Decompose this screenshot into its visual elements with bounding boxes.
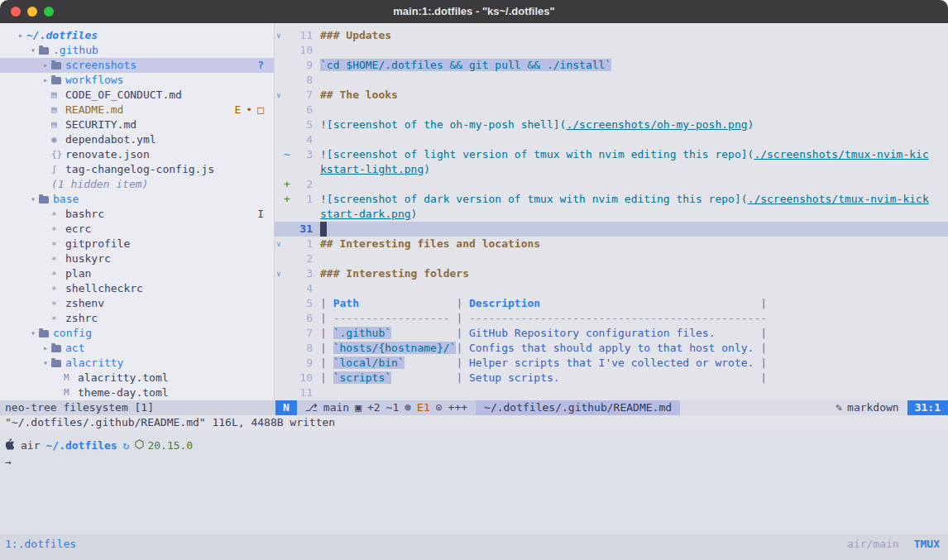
- fold-icon[interactable]: ∨: [275, 88, 283, 103]
- editor-line[interactable]: 6| ------------------ | ----------------…: [275, 311, 948, 326]
- folder-icon: [51, 345, 61, 352]
- diff-added: +2: [367, 400, 381, 415]
- tree-item-zshrc[interactable]: ∗zshrc: [0, 311, 274, 326]
- editor-line[interactable]: ∨ 3### Interesting folders: [275, 266, 948, 281]
- tree-item-label: zshrc: [65, 311, 98, 326]
- fold-column: [275, 43, 283, 58]
- chevron-down-icon[interactable]: ▾: [27, 326, 39, 341]
- close-button[interactable]: [11, 7, 21, 17]
- tree-item-label: shellcheckrc: [65, 281, 143, 296]
- tree-item-dotfiles[interactable]: ▸~/.dotfiles: [0, 28, 274, 43]
- zoom-button[interactable]: [44, 7, 54, 17]
- line-text: | `.github` | GitHub Repository configur…: [320, 326, 767, 341]
- tmux-window-name[interactable]: 1:.dotfiles: [5, 536, 76, 553]
- tree-item-dependabot-yml[interactable]: ◉dependabot.yml: [0, 132, 274, 147]
- text-segment: Configs that should apply to that host o…: [469, 342, 754, 354]
- editor-panel[interactable]: ∨ 11### Updates 10 9`cd $HOME/.dotfiles …: [275, 23, 948, 400]
- editor-line[interactable]: start-dark.png): [275, 207, 948, 222]
- tree-item-gitprofile[interactable]: ∗gitprofile: [0, 237, 274, 251]
- shell-pane[interactable]: air ~/.dotfiles ↻ 20.15.0 →: [0, 430, 948, 534]
- chevron-right-icon[interactable]: ▸: [40, 73, 51, 88]
- tree-item-theme-day-toml[interactable]: Mtheme-day.toml: [0, 385, 274, 400]
- text-segment: |: [320, 342, 333, 354]
- minimize-button[interactable]: [27, 7, 37, 17]
- tree-item-workflows[interactable]: ▸workflows: [0, 73, 274, 88]
- editor-line[interactable]: ~3![screenshot of light version of tmux …: [275, 147, 948, 162]
- chevron-right-icon[interactable]: ▸: [40, 341, 51, 356]
- fold-column: [275, 147, 283, 162]
- tree-item-security-md[interactable]: ▤SECURITY.md: [0, 117, 274, 132]
- tree-item-alacritty-toml[interactable]: Malacritty.toml: [0, 371, 274, 385]
- git-status-segment: ⎇ main ▣ +2 ~1 ⊗ E1 ⊙ +++: [297, 400, 476, 415]
- editor-line[interactable]: 9`cd $HOME/.dotfiles && git pull && ./in…: [275, 58, 948, 73]
- editor-line[interactable]: 7| `.github` | GitHub Repository configu…: [275, 326, 948, 341]
- editor-line[interactable]: 6: [275, 103, 948, 117]
- editor-line[interactable]: +1![screenshot of dark version of tmux w…: [275, 192, 948, 207]
- sign-column: [283, 296, 291, 311]
- fold-icon[interactable]: ∨: [275, 266, 283, 281]
- tree-item-ecrc[interactable]: ∗ecrc: [0, 222, 274, 237]
- editor-line[interactable]: 2: [275, 251, 948, 266]
- editor-line[interactable]: 4: [275, 132, 948, 147]
- editor-line[interactable]: 10: [275, 43, 948, 58]
- chevron-right-icon[interactable]: ▸: [40, 58, 51, 73]
- line-number: 1: [291, 192, 313, 207]
- editor-line[interactable]: 8: [275, 73, 948, 88]
- tree-item-readme-md[interactable]: ▤README.mdE•□: [0, 103, 274, 117]
- tree-item-config[interactable]: ▾config: [0, 326, 274, 341]
- chevron-right-icon[interactable]: ▸: [15, 28, 26, 43]
- tree-item-plan[interactable]: ∗plan: [0, 266, 274, 281]
- editor-line[interactable]: 8| `hosts/{hostname}/`| Configs that sho…: [275, 341, 948, 356]
- line-text: `cd $HOME/.dotfiles && git pull && ./ins…: [320, 58, 611, 73]
- chevron-down-icon[interactable]: ▾: [27, 43, 39, 58]
- tree-item-shellcheckrc[interactable]: ∗shellcheckrc: [0, 281, 274, 296]
- tree-item-github[interactable]: ▾.github: [0, 43, 274, 58]
- text-segment: ### Updates: [320, 29, 391, 41]
- tree-item-renovate-json[interactable]: {}renovate.json: [0, 147, 274, 162]
- text-segment: ------------------: [333, 312, 457, 324]
- neotree-statusline: neo-tree filesystem [1]: [0, 400, 275, 415]
- editor-line[interactable]: kstart-light.png): [275, 162, 948, 177]
- text-segment: [391, 327, 456, 339]
- fold-icon[interactable]: ∨: [275, 237, 283, 251]
- tree-item-tag-changelog-config-js[interactable]: ʃtag-changelog-config.js: [0, 162, 274, 177]
- node-version-text: 20.15.0: [147, 438, 193, 453]
- tree-item-1-hidden-item[interactable]: (1 hidden item): [0, 177, 274, 192]
- tree-item-label: plan: [65, 266, 91, 281]
- editor-line[interactable]: +2: [275, 177, 948, 192]
- prompt-arrow[interactable]: →: [5, 455, 948, 470]
- chevron-down-icon[interactable]: ▾: [27, 192, 39, 207]
- line-text: ![screenshot of the oh-my-posh shell](./…: [320, 117, 754, 132]
- statusline-spacer: [680, 400, 827, 415]
- editor-line[interactable]: 11: [275, 385, 948, 400]
- shell-file-icon: ∗: [51, 237, 65, 251]
- folder-icon: [51, 360, 61, 367]
- tree-item-act[interactable]: ▸act: [0, 341, 274, 356]
- tree-item-base[interactable]: ▾base: [0, 192, 274, 207]
- editor-line[interactable]: ∨ 7## The looks: [275, 88, 948, 103]
- tree-item-bashrc[interactable]: ∗bashrcI: [0, 207, 274, 222]
- tree-item-code-of-conduct-md[interactable]: ▤CODE_OF_CONDUCT.md: [0, 88, 274, 103]
- tree-item-alacritty[interactable]: ▾alacritty: [0, 356, 274, 371]
- editor-line-current[interactable]: 31: [275, 222, 948, 237]
- tree-item-zshenv[interactable]: ∗zshenv: [0, 296, 274, 311]
- editor-line[interactable]: 5| Path | Description |: [275, 296, 948, 311]
- tree-item-huskyrc[interactable]: ∗huskyrc: [0, 251, 274, 266]
- editor-line[interactable]: 5![screenshot of the oh-my-posh shell](.…: [275, 117, 948, 132]
- traffic-lights: [11, 7, 54, 17]
- editor-line[interactable]: 9| `local/bin` | Helper scripts that I'v…: [275, 356, 948, 371]
- editor-line[interactable]: 10| `scripts` | Setup scripts. |: [275, 371, 948, 385]
- tree-item-screenshots[interactable]: ▸screenshots?: [0, 58, 274, 73]
- git-branch-icon: ⎇: [305, 400, 318, 415]
- text-segment: ![screenshot of light version of tmux wi…: [320, 148, 754, 160]
- tree-item-label: .github: [53, 43, 98, 58]
- text-segment: GitHub Repository configuration files.: [469, 327, 715, 339]
- git-sign: +: [283, 192, 291, 207]
- editor-line[interactable]: ∨ 11### Updates: [275, 28, 948, 43]
- text-segment: [405, 357, 457, 369]
- editor-line[interactable]: ∨ 1## Interesting files and locations: [275, 237, 948, 251]
- line-text: ![screenshot of dark version of tmux wit…: [320, 192, 929, 207]
- editor-line[interactable]: 4: [275, 281, 948, 296]
- fold-icon[interactable]: ∨: [275, 28, 283, 43]
- chevron-down-icon[interactable]: ▾: [40, 356, 51, 371]
